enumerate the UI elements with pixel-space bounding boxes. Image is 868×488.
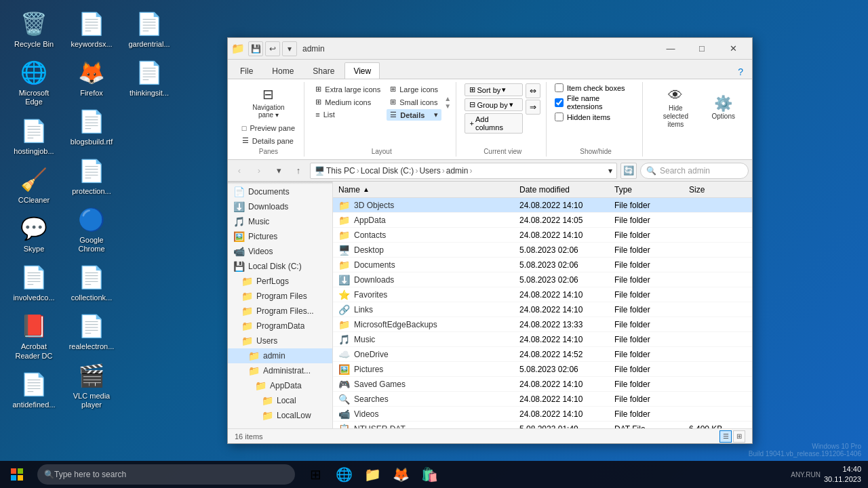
refresh-button[interactable]: 🔄 — [620, 163, 637, 179]
table-row[interactable]: ☁️ OneDrive 24.08.2022 14:52 File folder — [333, 347, 752, 362]
taskbar-search[interactable]: 🔍 Type here to search — [37, 464, 295, 485]
size-all-columns-btn[interactable]: ⇔ — [526, 83, 540, 98]
desktop-icon-vlc[interactable]: 🎬 VLC media player — [64, 359, 119, 413]
desktop-icon-hostingjob[interactable]: 📄 hostingjob... — [7, 114, 61, 159]
sidebar-item-program-files[interactable]: 📁 Program Files — [228, 289, 332, 304]
desktop-icon-gardentrial[interactable]: 📄 gardentrial... — [122, 7, 176, 52]
minimize-button[interactable]: — — [655, 38, 686, 60]
address-path[interactable]: 🖥️ This PC › Local Disk (C:) › Users › a… — [310, 163, 617, 179]
file-name-extensions-checkbox[interactable] — [555, 98, 564, 107]
sidebar-item-programdata[interactable]: 📁 ProgramData — [228, 319, 332, 333]
details-pane-btn[interactable]: ☰ Details pane — [239, 135, 298, 146]
sidebar-item-users[interactable]: 📁 Users — [228, 333, 332, 348]
options-btn[interactable]: ⚙️ Options — [706, 92, 741, 124]
path-admin[interactable]: admin — [446, 166, 469, 176]
table-row[interactable]: 🖥️ Desktop 5.08.2023 02:06 File folder — [333, 243, 752, 258]
table-row[interactable]: ⬇️ Downloads 5.08.2023 02:06 File folder — [333, 272, 752, 287]
desktop-icon-edge[interactable]: 🌐 Microsoft Edge — [7, 56, 61, 110]
sidebar-item-appdata[interactable]: 📁 AppData — [228, 378, 332, 393]
clock[interactable]: 14:40 30.11.2023 — [824, 464, 861, 485]
desktop-icon-blogsbuild[interactable]: 📄 blogsbuild.rtf — [64, 104, 119, 150]
sidebar-item-admin[interactable]: 📁 admin — [228, 348, 332, 363]
sidebar-item-administrator[interactable]: 📁 Administrat... — [228, 363, 332, 378]
desktop-icon-keywordsx[interactable]: 📄 keywordsx... — [64, 7, 119, 52]
navigation-pane-btn[interactable]: ⊟ Navigationpane ▾ — [248, 83, 289, 121]
extra-large-icons-btn[interactable]: ⊞ Extra large icons — [312, 83, 384, 95]
sidebar-item-locallow[interactable]: 📁 LocalLow — [228, 408, 332, 423]
size-column-btn[interactable]: ⇒ — [526, 100, 540, 115]
quick-save-btn[interactable]: 💾 — [248, 41, 263, 56]
hide-selected-items-btn[interactable]: 👁 Hide selecteditems — [651, 83, 700, 132]
col-header-size[interactable]: Size — [686, 185, 752, 195]
sidebar-item-perflogs[interactable]: 📁 PerfLogs — [228, 274, 332, 289]
sidebar-item-videos[interactable]: 📹 Videos — [228, 244, 332, 259]
table-row[interactable]: 📋 NTUSER.DAT 5.08.2023 01:49 DAT File 6.… — [333, 422, 752, 428]
dropdown-button[interactable]: ▾ — [271, 163, 287, 179]
list-btn[interactable]: ≡ List — [312, 109, 384, 120]
desktop-icon-chrome[interactable]: 🔵 Google Chrome — [64, 203, 119, 257]
sidebar-item-pictures[interactable]: 🖼️ Pictures — [228, 229, 332, 244]
preview-pane-btn[interactable]: □ Preview pane — [239, 123, 298, 134]
start-button[interactable] — [0, 461, 34, 488]
table-row[interactable]: 📁 3D Objects 24.08.2022 14:10 File folde… — [333, 198, 752, 213]
desktop-icon-collectionk[interactable]: 📄 collectionk... — [64, 260, 119, 306]
tab-file[interactable]: File — [231, 62, 262, 79]
sidebar-item-documents[interactable]: 📄 Documents — [228, 184, 332, 199]
help-button[interactable]: ? — [732, 65, 749, 79]
desktop-icon-involvedco[interactable]: 📄 involvedco... — [7, 260, 61, 306]
maximize-button[interactable]: □ — [686, 38, 717, 60]
search-box[interactable]: 🔍 Search admin — [640, 163, 749, 179]
col-header-name[interactable]: Name ▲ — [333, 185, 516, 195]
table-row[interactable]: 🔍 Searches 24.08.2022 14:10 File folder — [333, 392, 752, 407]
table-row[interactable]: 📁 Contacts 24.08.2022 14:10 File folder — [333, 228, 752, 243]
hidden-items-checkbox[interactable] — [555, 113, 564, 121]
table-row[interactable]: 📁 AppData 24.08.2022 14:05 File folder — [333, 213, 752, 228]
explorer-taskbar-btn[interactable]: 📁 — [359, 461, 386, 488]
sidebar-item-program-files-x86[interactable]: 📁 Program Files... — [228, 304, 332, 319]
medium-icons-btn[interactable]: ⊞ Medium icons — [312, 96, 384, 108]
taskview-btn[interactable]: ⊞ — [302, 461, 329, 488]
path-thispc[interactable]: 🖥️ This PC — [315, 166, 355, 176]
tab-share[interactable]: Share — [304, 62, 343, 79]
desktop-icon-skype[interactable]: 💬 Skype — [7, 211, 61, 257]
hidden-items-option[interactable]: Hidden items — [555, 113, 637, 121]
details-view-btn[interactable]: ☰ Details ▾ — [387, 109, 441, 121]
path-users[interactable]: Users — [419, 166, 440, 176]
table-row[interactable]: 📹 Videos 24.08.2022 14:10 File folder — [333, 407, 752, 422]
store-taskbar-btn[interactable]: 🛍️ — [416, 461, 443, 488]
desktop-icon-thinkingsit[interactable]: 📄 thinkingsit... — [122, 56, 176, 101]
close-button[interactable]: ✕ — [717, 38, 749, 60]
sidebar-item-music[interactable]: 🎵 Music — [228, 214, 332, 229]
quick-undo-btn[interactable]: ↩ — [265, 41, 280, 56]
table-row[interactable]: ⭐ Favorites 24.08.2022 14:10 File folder — [333, 287, 752, 302]
large-view-toggle[interactable]: ⊞ — [733, 430, 745, 443]
path-localdisk[interactable]: Local Disk (C:) — [361, 166, 414, 176]
quick-dropdown-btn[interactable]: ▾ — [282, 41, 297, 56]
tab-home[interactable]: Home — [263, 62, 302, 79]
desktop-icon-recycle-bin[interactable]: 🗑️ Recycle Bin — [7, 7, 61, 52]
col-header-date[interactable]: Date modified — [516, 185, 611, 195]
tab-view[interactable]: View — [344, 62, 380, 79]
desktop-icon-ccleaner[interactable]: 🧹 CCleaner — [7, 163, 61, 208]
table-row[interactable]: 🔗 Links 24.08.2022 14:10 File folder — [333, 302, 752, 317]
sidebar-item-local-disk[interactable]: 💾 Local Disk (C:) — [228, 259, 332, 274]
forward-button[interactable]: › — [251, 163, 267, 179]
col-header-type[interactable]: Type — [611, 185, 686, 195]
desktop-icon-realelectron[interactable]: 📄 realelectron... — [64, 309, 119, 354]
file-name-extensions-option[interactable]: File name extensions — [555, 94, 637, 110]
large-icons-btn[interactable]: ⊞ Large icons — [387, 83, 441, 95]
desktop-icon-firefox[interactable]: 🦊 Firefox — [64, 56, 119, 101]
desktop-icon-acrobat[interactable]: 📕 Acrobat Reader DC — [7, 309, 61, 363]
sidebar-item-local[interactable]: 📁 Local — [228, 393, 332, 408]
table-row[interactable]: 🖼️ Pictures 5.08.2023 02:06 File folder — [333, 362, 752, 377]
back-button[interactable]: ‹ — [231, 163, 248, 179]
item-check-boxes-option[interactable]: Item check boxes — [555, 83, 637, 92]
item-check-boxes-checkbox[interactable] — [555, 83, 564, 92]
group-by-btn[interactable]: ⊟ Group by ▾ — [465, 98, 522, 111]
desktop-icon-protectionx[interactable]: 📄 protection... — [64, 154, 119, 199]
firefox-taskbar-btn[interactable]: 🦊 — [387, 461, 414, 488]
table-row[interactable]: 📁 MicrosoftEdgeBackups 24.08.2022 13:33 … — [333, 317, 752, 332]
desktop-icon-antidefined[interactable]: 📄 antidefined... — [7, 367, 61, 413]
sidebar-item-downloads[interactable]: ⬇️ Downloads — [228, 199, 332, 214]
details-view-toggle[interactable]: ☰ — [719, 430, 732, 443]
